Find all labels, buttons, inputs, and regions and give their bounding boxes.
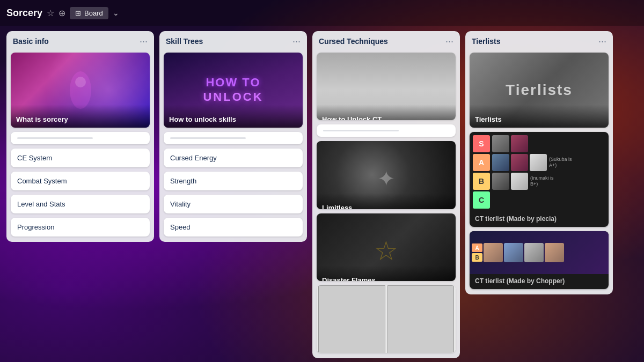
card-ce-system[interactable]: CE System — [11, 149, 150, 167]
card-label-disaster: Disaster Flames — [317, 265, 456, 281]
column-menu-ct[interactable]: ··· — [445, 36, 453, 46]
tier-row-s: S — [473, 135, 605, 152]
tierlists-overlay-text: Tierlists — [506, 82, 573, 99]
ct2-tier-a: A — [472, 243, 482, 252]
card-text-level-stats: Level and Stats — [11, 195, 150, 213]
card-label-limitless: Limitless — [317, 193, 456, 209]
tier-avatar-a1 — [492, 154, 509, 171]
column-menu-basic-info[interactable]: ··· — [140, 36, 148, 46]
card-text-vitality: Vitality — [164, 195, 303, 213]
column-menu-skill-trees[interactable]: ··· — [292, 36, 301, 46]
tier-avatar-a2 — [511, 154, 528, 171]
card-strength[interactable]: Strength — [164, 172, 303, 190]
card-text-combat-system: Combat System — [11, 172, 150, 190]
card-what-is-sorcery[interactable]: What is sorcery — [11, 53, 150, 128]
column-title-ct: Cursed Techniques — [319, 37, 388, 46]
column-header-tierlists: Tierlists ··· — [470, 36, 609, 48]
column-tierlists: Tierlists ··· Tierlists Tierlists S — [465, 31, 613, 294]
manga-panel-right — [387, 285, 454, 353]
card-level-stats[interactable]: Level and Stats — [11, 195, 150, 213]
board-button[interactable]: ⊞ Board — [70, 7, 108, 19]
ct2-tier-b: B — [472, 253, 482, 262]
navbar: Sorcery ☆ ⊕ ⊞ Board ⌄ — [0, 0, 644, 26]
card-manga[interactable] — [317, 285, 456, 353]
column-menu-tierlists[interactable]: ··· — [598, 36, 606, 46]
ct2-avatar-1 — [484, 243, 503, 262]
divider-line-3 — [323, 130, 399, 131]
card-limitless[interactable]: Limitless — [317, 141, 456, 209]
chevron-down-icon[interactable]: ⌄ — [113, 9, 119, 17]
card-disaster-flames[interactable]: Disaster Flames — [317, 213, 456, 281]
card-speed[interactable]: Speed — [164, 218, 303, 237]
card-vitality[interactable]: Vitality — [164, 195, 303, 213]
card-tierlists-main[interactable]: Tierlists Tierlists — [470, 53, 609, 128]
ct2-avatar-2 — [504, 243, 523, 262]
card-progression[interactable]: Progression — [11, 218, 150, 237]
app-title: Sorcery — [6, 8, 42, 19]
manga-panel-left — [318, 285, 385, 353]
tier-note-a: (Sukuba isA+) — [549, 157, 572, 168]
globe-icon[interactable]: ⊕ — [58, 8, 65, 18]
ct2-tier-labels: A B — [472, 243, 482, 262]
tier-row-c: C — [473, 191, 605, 209]
card-divider-3 — [317, 124, 456, 137]
tier-label-b: B — [473, 173, 490, 190]
column-title-tierlists: Tierlists — [472, 37, 500, 46]
ct-tierlist2-image: A B — [470, 231, 609, 274]
card-label-ct: How to Unlock CT — [317, 105, 456, 120]
divider-line-2 — [170, 137, 246, 139]
card-text-ce-system: CE System — [11, 149, 150, 167]
tierlist2-footer: CT tierlist (Made by Chopper) — [470, 274, 609, 289]
board-icon: ⊞ — [75, 9, 81, 17]
card-ct-tierlist2[interactable]: A B CT tierlist (Made by Chopper) — [470, 231, 609, 289]
tier-note-b: (Inumaki isB+) — [530, 175, 554, 187]
card-label-sorcery: What is sorcery — [11, 105, 150, 128]
card-label-skill: How to unlock skills — [164, 105, 303, 128]
tier-avatar-s2 — [511, 135, 528, 152]
tierlist1-footer: CT tierlist (Made by piecia) — [470, 212, 609, 227]
ct2-avatar-4 — [545, 243, 564, 262]
tier-rows-1: S A (Sukuba isA+) B — [470, 132, 609, 212]
board: Basic info ··· What is sorcery CE System… — [0, 26, 644, 362]
tier-row-b: B (Inumaki isB+) — [473, 173, 605, 190]
manga-image — [317, 285, 456, 353]
ct2-avatar-3 — [524, 243, 544, 262]
tier-avatar-b2 — [511, 173, 528, 190]
tier-avatar-b1 — [492, 173, 509, 190]
tier-label-a: A — [473, 154, 490, 171]
column-cursed-techniques: Cursed Techniques ··· How to Unlock CT L… — [312, 31, 460, 358]
board-label: Board — [84, 9, 103, 17]
card-text-cursed-energy: Cursed Energy — [164, 149, 303, 167]
column-skill-trees: Skill Trees ··· HOW TO UNLOCK How to unl… — [159, 31, 307, 242]
tier-avatars-a — [492, 154, 547, 171]
tier-row-a: A (Sukuba isA+) — [473, 154, 605, 171]
card-how-to-unlock-skills[interactable]: HOW TO UNLOCK How to unlock skills — [164, 53, 303, 128]
card-divider-1 — [11, 132, 150, 144]
tier-avatar-a3 — [530, 154, 547, 171]
card-text-speed: Speed — [164, 218, 303, 237]
card-text-strength: Strength — [164, 172, 303, 190]
tier-avatar-s1 — [492, 135, 509, 152]
unlock-text: UNLOCK — [203, 90, 263, 104]
column-header-ct: Cursed Techniques ··· — [317, 36, 456, 48]
how-to-text: HOW TO — [206, 76, 260, 89]
card-text-progression: Progression — [11, 218, 150, 237]
tier-avatars-s — [492, 135, 528, 152]
tier-avatars-b — [492, 173, 528, 190]
svg-point-1 — [75, 77, 86, 87]
column-header-skill-trees: Skill Trees ··· — [164, 36, 303, 48]
card-ct-tierlist1[interactable]: S A (Sukuba isA+) B — [470, 132, 609, 227]
star-icon[interactable]: ☆ — [47, 8, 54, 18]
column-header-basic-info: Basic info ··· — [11, 36, 150, 48]
column-basic-info: Basic info ··· What is sorcery CE System… — [6, 31, 154, 242]
divider-line — [17, 137, 93, 139]
card-combat-system[interactable]: Combat System — [11, 172, 150, 190]
card-divider-2 — [164, 132, 303, 144]
card-cursed-energy[interactable]: Cursed Energy — [164, 149, 303, 167]
card-how-to-unlock-ct[interactable]: How to Unlock CT — [317, 53, 456, 120]
tier-label-c: C — [473, 191, 490, 209]
column-title-skill-trees: Skill Trees — [166, 37, 203, 46]
tier-label-s: S — [473, 135, 490, 152]
column-title-basic-info: Basic info — [13, 37, 49, 46]
card-label-tierlists: Tierlists — [470, 105, 609, 128]
